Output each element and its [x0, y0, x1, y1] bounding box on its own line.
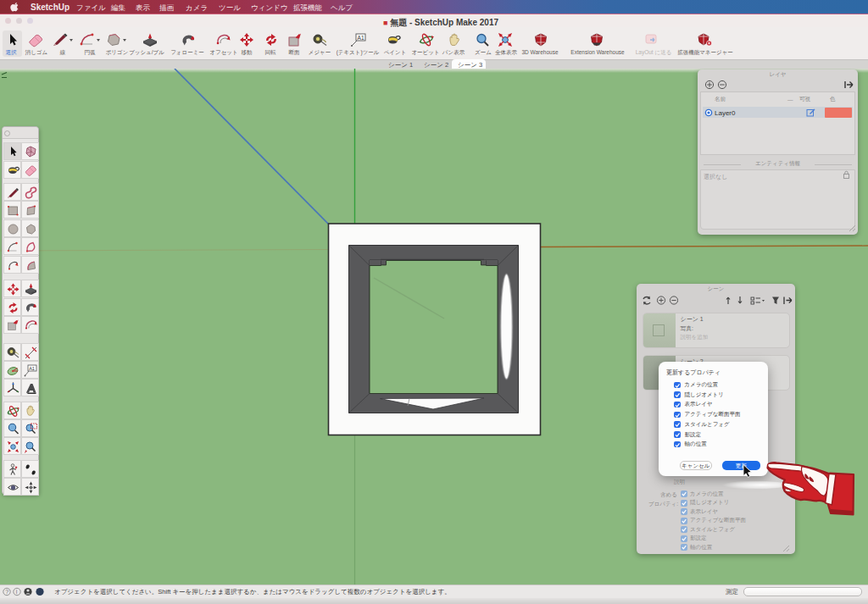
- svg-text:i: i: [16, 589, 18, 595]
- svg-text:?: ?: [5, 589, 8, 595]
- svg-text:A1: A1: [358, 35, 364, 41]
- svg-text:A1: A1: [29, 366, 35, 371]
